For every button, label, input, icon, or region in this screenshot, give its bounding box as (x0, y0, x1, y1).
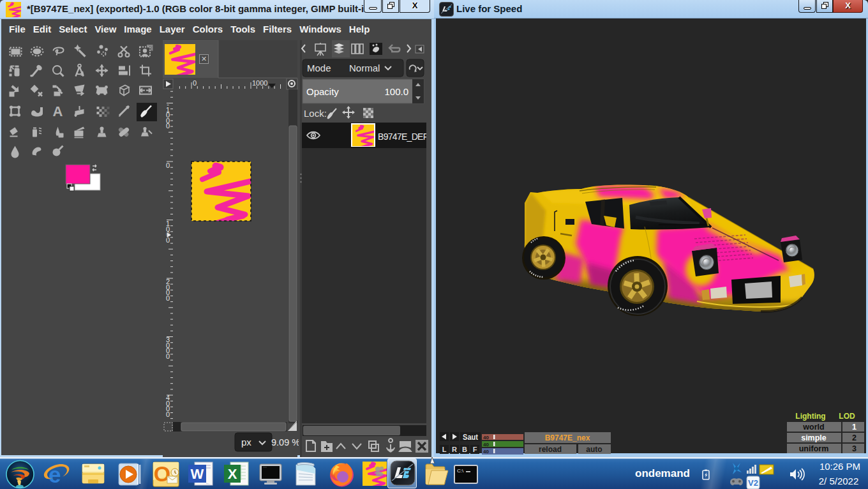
svg-text:40: 40 (483, 442, 489, 448)
svg-text:simple: simple (801, 433, 827, 442)
svg-text:9.09 %: 9.09 % (271, 437, 299, 448)
svg-text:3: 3 (852, 444, 857, 453)
svg-text:A: A (53, 103, 63, 119)
svg-text:W: W (191, 466, 204, 482)
svg-text:Normal: Normal (349, 63, 380, 73)
svg-text:0: 0 (166, 352, 170, 360)
svg-text:0: 0 (166, 294, 170, 302)
svg-text:40: 40 (483, 435, 489, 440)
svg-text:0: 0 (166, 122, 170, 130)
svg-text:F: F (473, 446, 477, 453)
svg-text:100.0: 100.0 (384, 86, 408, 97)
svg-text:C:\: C:\ (457, 468, 464, 474)
svg-text:B: B (462, 446, 467, 453)
svg-text:V2: V2 (748, 478, 758, 488)
svg-text:Saut: Saut (463, 433, 478, 441)
svg-text:R: R (452, 446, 457, 453)
svg-text:2: 2 (852, 433, 857, 442)
svg-text:px: px (241, 437, 251, 448)
svg-text:0: 0 (193, 79, 197, 87)
svg-text:40: 40 (483, 449, 489, 455)
svg-text:1: 1 (852, 423, 857, 432)
svg-text:uniform: uniform (799, 444, 829, 453)
svg-text:0: 0 (166, 410, 170, 418)
svg-text:Lighting: Lighting (795, 412, 825, 421)
svg-text:Opacity: Opacity (306, 86, 339, 97)
svg-text:Lock:: Lock: (304, 108, 327, 119)
svg-text:Mode: Mode (307, 63, 331, 73)
svg-text:world: world (802, 423, 824, 432)
svg-text:auto: auto (586, 445, 602, 454)
svg-text:B9747E_nex: B9747E_nex (545, 433, 590, 442)
svg-text:0: 0 (166, 162, 170, 169)
svg-text:reload: reload (539, 445, 562, 454)
svg-text:LOD: LOD (839, 412, 855, 421)
svg-text:X: X (228, 466, 237, 482)
svg-text:1000: 1000 (252, 79, 267, 87)
svg-text:L: L (442, 446, 447, 453)
